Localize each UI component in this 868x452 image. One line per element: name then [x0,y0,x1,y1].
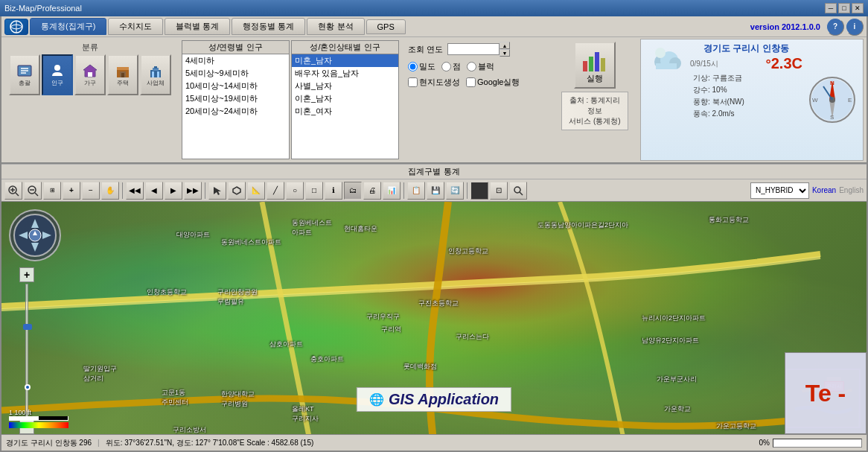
maximize-button[interactable]: □ [838,3,850,13]
toolbar-separator-3 [403,182,404,199]
right-list: 성/혼인상태별 인구 미혼_남자 배우자 있음_남자 사별_남자 이혼_남자 미… [291,40,399,159]
list-item[interactable]: 20세미상~24세미하 [182,105,289,118]
zoom-thumb[interactable] [23,324,32,330]
gis-icon: 🌐 [369,392,384,407]
category-label: 분류 [6,42,174,53]
border-btn[interactable]: ⊡ [490,182,508,200]
list-item[interactable]: 5세미상~9세미하 [182,67,289,80]
polygon-btn[interactable] [228,182,246,200]
list-item[interactable]: 사별_남자 [292,80,398,92]
svg-line-38 [16,193,19,196]
display-mode-group: 밀도 점 블럭 [408,61,551,72]
svg-rect-21 [601,58,605,71]
tab-statistics[interactable]: 통계청(집계구) [30,18,106,35]
wind-dir-label: 풍향: 북서(NW) [693,97,744,107]
svg-line-42 [35,193,38,196]
list-item[interactable]: 4세미하 [182,54,289,67]
zoom-in-button[interactable]: + [19,267,34,282]
legend-btn[interactable]: 📋 [407,182,425,200]
list-item[interactable]: 15세미상~19세미하 [182,92,289,105]
scale-line [9,416,68,421]
lang-english[interactable]: English [839,186,864,194]
toolbar-separator [122,182,123,199]
map-area[interactable]: 현대홈타운 동원베네스트아파트 대양아파트 구리인창공원무림필유 삼호아파트 도… [1,202,867,434]
version-info: version 2012.1.0.0 [750,22,820,31]
circle-btn[interactable]: ○ [286,182,304,200]
checkbox-google[interactable]: Google실행 [466,77,520,88]
spin-arrows[interactable]: ▲ ▼ [500,42,510,57]
next-btn[interactable]: ▶ [165,182,182,200]
search-map-btn[interactable] [509,182,527,200]
nav-circle[interactable] [9,209,61,261]
zoom-out-btn[interactable] [24,182,42,200]
checkbox-local[interactable]: 현지도생성 [408,77,460,88]
line-btn[interactable]: ╱ [267,182,284,200]
svg-text:W: W [812,97,818,104]
next2-btn[interactable]: ▶▶ [184,182,202,200]
select-btn[interactable] [208,182,226,200]
list-item[interactable]: 미혼_여자 [292,105,398,118]
full-extent-btn[interactable]: ⊞ [43,182,61,200]
tab-status-analysis[interactable]: 현황 분석 [307,18,364,35]
radio-density[interactable]: 밀도 [408,61,435,72]
btn-housing[interactable]: 주택 [107,54,138,95]
weather-location: 경기도 구리시 인창동 [690,42,802,55]
tab-block-stats[interactable]: 블럭별 통계 [165,18,230,35]
pan-btn[interactable]: ✋ [101,182,119,200]
execute-label: 실행 [587,73,603,84]
weather-details: 기상: 구름조금 강수: 10% 풍향: 북서(NW) 풍속: 2.0m/s [690,72,802,120]
radio-point[interactable]: 점 [441,61,461,72]
year-spinner[interactable]: 2005 ▲ ▼ [447,42,510,57]
help-icon[interactable]: ? [826,18,844,36]
lang-korean[interactable]: Korean [812,186,836,194]
bg-color-btn[interactable] [470,182,488,200]
rect-btn[interactable]: □ [305,182,323,200]
wind-speed-label: 풍속: 2.0m/s [693,109,735,119]
zoom-track[interactable] [25,284,28,418]
prev2-btn[interactable]: ◀ [145,182,163,200]
tab-admin-stats[interactable]: 행정동별 통계 [232,18,305,35]
btn-population[interactable]: 인구 [42,54,73,95]
measure-btn[interactable]: 📐 [247,182,265,200]
zoom-in-btn[interactable] [4,182,22,200]
rain-label: 강수: 10% [693,85,727,95]
cloud-label: 기상: 구름조금 [693,73,742,83]
svg-point-46 [514,187,520,193]
svg-marker-45 [233,187,240,194]
info-map-btn[interactable]: ℹ [325,182,342,200]
close-button[interactable]: ✕ [852,3,864,13]
list-item[interactable]: 배우자 있음_남자 [292,67,398,80]
radio-block[interactable]: 블럭 [467,61,494,72]
info-icon[interactable]: i [846,18,864,36]
print-btn[interactable]: 🖨 [363,182,381,200]
btn-household[interactable]: 가구 [74,54,106,95]
spin-down[interactable]: ▼ [500,49,510,57]
tab-gps[interactable]: GPS [366,19,406,34]
map-type-select[interactable]: N_HYBRID N_MAP SATELLITE [750,182,809,199]
btn-total[interactable]: 총괄 [9,54,40,95]
weather-date: 0/9/15시 [690,59,718,69]
list-item[interactable]: 이혼_남자 [292,92,398,105]
save-btn[interactable]: 💾 [427,182,444,200]
tab-numeric-map[interactable]: 수치지도 [108,18,163,35]
excel-btn[interactable]: 📊 [383,182,401,200]
te-panel: Te - [785,352,867,434]
gis-label: 🌐 GIS Application [357,387,511,412]
list-item[interactable]: 10세미상~14세미하 [182,80,289,92]
app-logo[interactable] [4,19,28,35]
minimize-button[interactable]: ─ [825,3,837,13]
refresh-btn[interactable]: 🔄 [446,182,464,200]
list-item[interactable]: 미혼_남자 [292,54,398,67]
layer-btn[interactable]: 🗂 [344,182,362,200]
sub-btn[interactable]: − [82,182,100,200]
btn-business[interactable]: 사업체 [140,54,171,95]
left-list-body: 4세미하 5세미상~9세미하 10세미상~14세미하 15세미상~19세미하 2… [182,54,289,159]
compass: N S W E [808,76,857,124]
year-input[interactable]: 2005 [447,43,500,55]
spin-up[interactable]: ▲ [500,42,510,49]
svg-rect-12 [121,73,124,77]
svg-rect-15 [154,66,157,69]
prev-btn[interactable]: ◀◀ [126,182,144,200]
add-btn[interactable]: + [63,182,80,200]
execute-button[interactable]: 실행 [574,42,616,89]
